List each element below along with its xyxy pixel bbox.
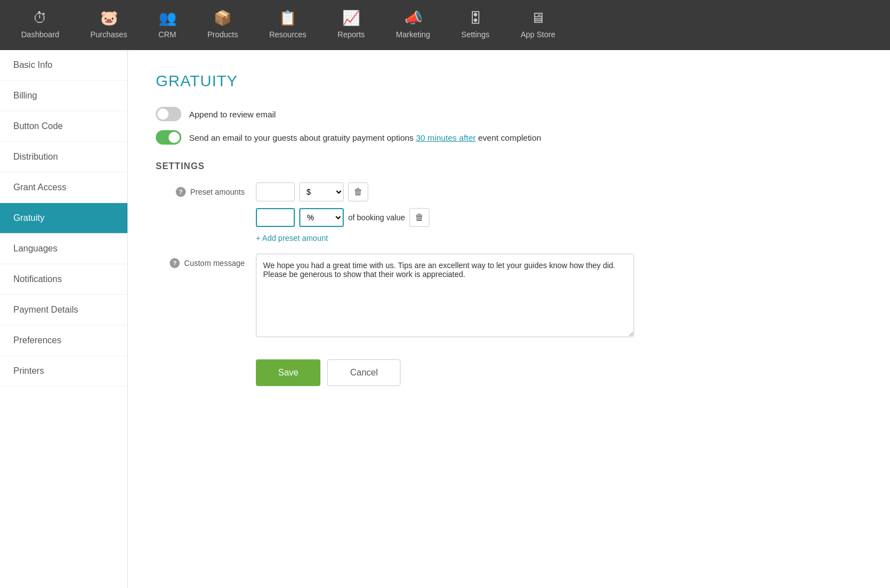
toggle-row-2: Send an email to your guests about gratu… (156, 130, 862, 145)
nav-item-settings[interactable]: 🎛Settings (446, 0, 505, 50)
custom-message-label-col: ? Custom message (156, 254, 245, 268)
sidebar-item-billing[interactable]: Billing (0, 81, 127, 111)
sidebar-item-notifications[interactable]: Notifications (0, 264, 127, 295)
sidebar: Basic InfoBillingButton CodeDistribution… (0, 50, 128, 588)
nav-label-resources: Resources (269, 30, 306, 39)
nav-item-marketing[interactable]: 📣Marketing (380, 0, 446, 50)
nav-item-dashboard[interactable]: ⏱Dashboard (6, 0, 75, 50)
nav-label-marketing: Marketing (396, 30, 430, 39)
nav-label-crm: CRM (159, 30, 176, 39)
custom-message-textarea[interactable] (256, 254, 634, 337)
nav-icon-crm: 👥 (159, 9, 176, 27)
buttons-row: Save Cancel (256, 359, 862, 386)
of-booking-label: of booking value (348, 213, 405, 222)
sidebar-item-preferences[interactable]: Preferences (0, 325, 127, 356)
preset-select-2[interactable]: $ % (299, 208, 344, 227)
save-button[interactable]: Save (256, 359, 320, 386)
nav-icon-settings: 🎛 (468, 9, 483, 27)
preset-help-icon[interactable]: ? (176, 187, 186, 197)
nav-label-dashboard: Dashboard (21, 30, 60, 39)
settings-title: SETTINGS (156, 161, 862, 171)
toggle-row-1: Append to review email (156, 107, 862, 121)
nav-item-appstore[interactable]: 🖥App Store (505, 0, 571, 50)
delete-preset-2-button[interactable]: 🗑 (409, 208, 429, 227)
nav-icon-dashboard: ⏱ (33, 9, 47, 27)
delete-preset-1-button[interactable]: 🗑 (348, 182, 368, 201)
sidebar-item-button-code[interactable]: Button Code (0, 111, 127, 142)
gratuity-email-toggle[interactable] (156, 130, 181, 145)
nav-item-reports[interactable]: 📈Reports (322, 0, 380, 50)
sidebar-item-distribution[interactable]: Distribution (0, 142, 127, 172)
preset-row-2: $ % of booking value 🗑 (256, 208, 429, 227)
nav-label-products: Products (207, 30, 238, 39)
custom-message-row: ? Custom message (156, 254, 862, 337)
append-review-label: Append to review email (189, 110, 276, 119)
nav-label-appstore: App Store (521, 30, 555, 39)
nav-item-purchases[interactable]: 🐷Purchases (75, 0, 143, 50)
nav-icon-appstore: 🖥 (531, 9, 545, 27)
sidebar-item-payment-details[interactable]: Payment Details (0, 295, 127, 325)
append-review-slider (156, 107, 181, 121)
cancel-button[interactable]: Cancel (327, 359, 400, 386)
nav-icon-products: 📦 (214, 9, 231, 27)
custom-message-help-icon[interactable]: ? (170, 258, 180, 268)
append-review-toggle[interactable] (156, 107, 181, 121)
nav-label-purchases: Purchases (91, 30, 127, 39)
main-layout: Basic InfoBillingButton CodeDistribution… (0, 50, 890, 588)
nav-label-reports: Reports (338, 30, 365, 39)
sidebar-item-gratuity[interactable]: Gratuity (0, 203, 127, 234)
nav-icon-resources: 📋 (279, 9, 296, 27)
nav-item-resources[interactable]: 📋Resources (254, 0, 322, 50)
main-content: GRATUITY Append to review email Send an … (128, 50, 890, 588)
time-link[interactable]: 30 minutes after (416, 133, 476, 142)
gratuity-email-slider (156, 130, 181, 145)
gratuity-email-label: Send an email to your guests about gratu… (189, 133, 541, 142)
custom-message-label: Custom message (184, 259, 245, 268)
nav-item-products[interactable]: 📦Products (192, 0, 254, 50)
sidebar-item-printers[interactable]: Printers (0, 356, 127, 387)
preset-amounts-inputs: $ % 🗑 $ % of booking value 🗑 + Add (256, 182, 429, 243)
sidebar-item-languages[interactable]: Languages (0, 234, 127, 264)
gratuity-label-after: event completion (478, 133, 541, 142)
nav-icon-reports: 📈 (342, 9, 360, 27)
preset-label-col: ? Preset amounts (156, 182, 245, 197)
gratuity-label-before: Send an email to your guests about gratu… (189, 133, 416, 142)
preset-amounts-row: ? Preset amounts $ % 🗑 $ (156, 182, 862, 243)
add-preset-link[interactable]: + Add preset amount (256, 234, 429, 243)
preset-input-1[interactable] (256, 182, 295, 201)
nav-icon-purchases: 🐷 (100, 9, 118, 27)
nav-item-crm[interactable]: 👥CRM (143, 0, 192, 50)
page-title: GRATUITY (156, 72, 862, 90)
sidebar-item-basic-info[interactable]: Basic Info (0, 50, 127, 81)
preset-amounts-label: Preset amounts (190, 187, 245, 196)
preset-input-2[interactable] (256, 208, 295, 227)
top-nav: ⏱Dashboard🐷Purchases👥CRM📦Products📋Resour… (0, 0, 890, 50)
nav-icon-marketing: 📣 (404, 9, 422, 27)
sidebar-item-grant-access[interactable]: Grant Access (0, 172, 127, 203)
nav-label-settings: Settings (461, 30, 490, 39)
preset-row-1: $ % 🗑 (256, 182, 429, 201)
preset-select-1[interactable]: $ % (299, 182, 344, 201)
